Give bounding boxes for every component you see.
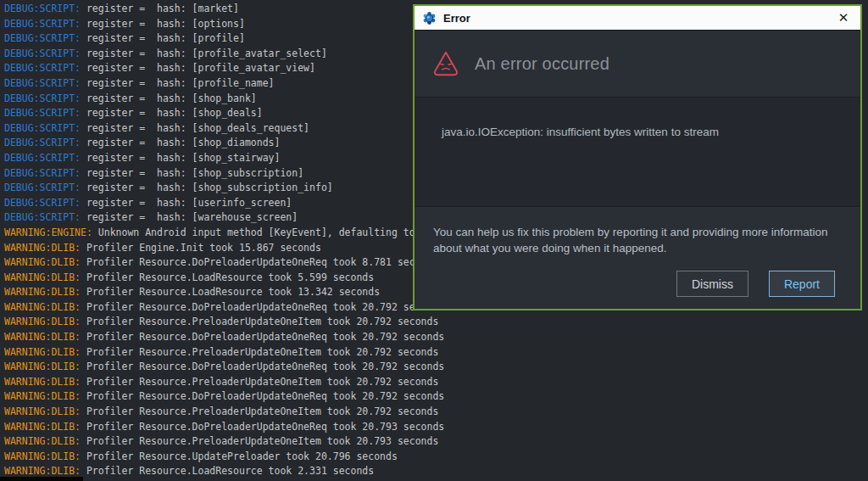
report-button[interactable]: Report bbox=[769, 271, 835, 297]
help-text-line1: You can help us fix this problem by repo… bbox=[433, 224, 835, 240]
log-line: WARNING:DLIB: Profiler Resource.UpdatePr… bbox=[4, 450, 868, 465]
dialog-header: An error occurred bbox=[415, 31, 860, 97]
log-line: WARNING:DLIB: Profiler Resource.Preloade… bbox=[4, 434, 868, 450]
log-line: WARNING:DLIB: Profiler Resource.Preloade… bbox=[4, 345, 868, 361]
close-icon[interactable]: ✕ bbox=[834, 8, 853, 27]
dismiss-button[interactable]: Dismiss bbox=[676, 271, 748, 297]
log-line: WARNING:DLIB: Profiler Resource.Preloade… bbox=[4, 405, 868, 420]
error-dialog: Error ✕ An error occurred java.io.IOExce… bbox=[413, 4, 862, 310]
gear-icon bbox=[422, 11, 437, 25]
log-line: WARNING:DLIB: Profiler Resource.Preloade… bbox=[4, 315, 868, 330]
log-line: WARNING:DLIB: Profiler Resource.LoadReso… bbox=[4, 464, 868, 479]
error-heading: An error occurred bbox=[475, 54, 609, 74]
dialog-titlebar[interactable]: Error ✕ bbox=[415, 6, 860, 31]
dialog-footer: You can help us fix this problem by repo… bbox=[415, 207, 860, 309]
log-line: WARNING:DLIB: Profiler Resource.DoPreloa… bbox=[4, 420, 868, 435]
error-message-panel: java.io.IOException: insufficient bytes … bbox=[415, 98, 860, 206]
help-text-line2: about what you were doing when it happen… bbox=[433, 240, 835, 256]
error-message: java.io.IOException: insufficient bytes … bbox=[442, 126, 835, 138]
bottom-black-bar bbox=[0, 477, 83, 481]
dialog-title: Error bbox=[443, 12, 827, 25]
button-row: Dismiss Report bbox=[433, 271, 835, 297]
log-line: WARNING:DLIB: Profiler Resource.DoPreloa… bbox=[4, 389, 868, 405]
log-line: WARNING:DLIB: Profiler Resource.DoPreloa… bbox=[4, 360, 868, 375]
log-line: WARNING:DLIB: Profiler Resource.DoPreloa… bbox=[4, 330, 868, 345]
sad-triangle-error-icon bbox=[431, 49, 460, 78]
log-line: WARNING:DLIB: Profiler Resource.Preloade… bbox=[4, 375, 868, 390]
app-window: DEBUG:SCRIPT: register = hash: [market]D… bbox=[0, 0, 868, 481]
